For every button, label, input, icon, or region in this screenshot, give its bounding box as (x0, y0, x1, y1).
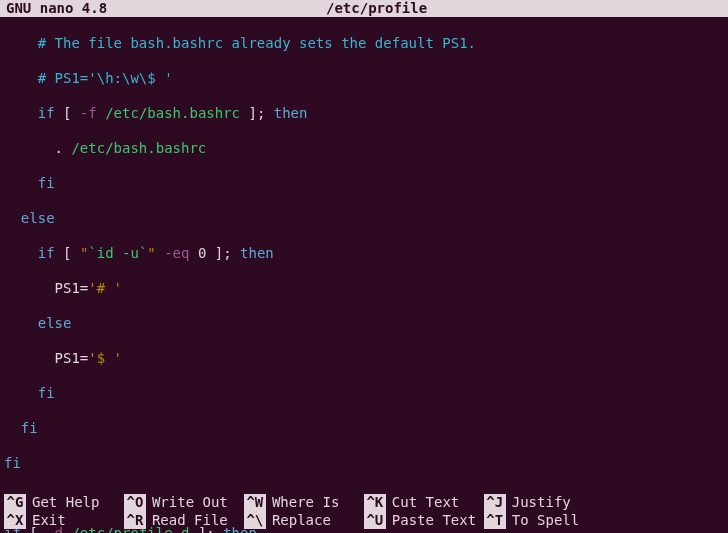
nano-titlebar: GNU nano 4.8 /etc/profile (0, 0, 728, 17)
shortcut-get-help[interactable]: ^GGet Help (4, 494, 124, 512)
code-line: fi (4, 420, 724, 438)
code-line: if [ "`id -u`" -eq 0 ]; then (4, 245, 724, 263)
shortcut-cut-text[interactable]: ^KCut Text (364, 494, 484, 512)
shortcut-replace[interactable]: ^\Replace (244, 512, 364, 530)
shortcut-paste-text[interactable]: ^UPaste Text (364, 512, 484, 530)
code-line: PS1='$ ' (4, 350, 724, 368)
code-line: . /etc/bash.bashrc (4, 140, 724, 158)
shortcut-justify[interactable]: ^JJustify (484, 494, 604, 512)
code-line: # PS1='\h:\w\$ ' (4, 70, 724, 88)
editor-area[interactable]: # The file bash.bashrc already sets the … (0, 17, 728, 533)
code-line: fi (4, 455, 724, 473)
code-line: else (4, 210, 724, 228)
app-name: GNU nano 4.8 (2, 0, 107, 17)
shortcut-read-file[interactable]: ^RRead File (124, 512, 244, 530)
code-line: else (4, 315, 724, 333)
shortcut-to-spell[interactable]: ^TTo Spell (484, 512, 604, 530)
shortcut-where-is[interactable]: ^WWhere Is (244, 494, 364, 512)
code-line: if [ -f /etc/bash.bashrc ]; then (4, 105, 724, 123)
code-line: fi (4, 175, 724, 193)
shortcut-write-out[interactable]: ^OWrite Out (124, 494, 244, 512)
file-name: /etc/profile (107, 0, 646, 17)
code-line: fi (4, 385, 724, 403)
shortcut-exit[interactable]: ^XExit (4, 512, 124, 530)
code-line: PS1='# ' (4, 280, 724, 298)
code-line: # The file bash.bashrc already sets the … (4, 35, 724, 53)
shortcut-bar: ^GGet Help ^OWrite Out ^WWhere Is ^KCut … (0, 494, 728, 529)
